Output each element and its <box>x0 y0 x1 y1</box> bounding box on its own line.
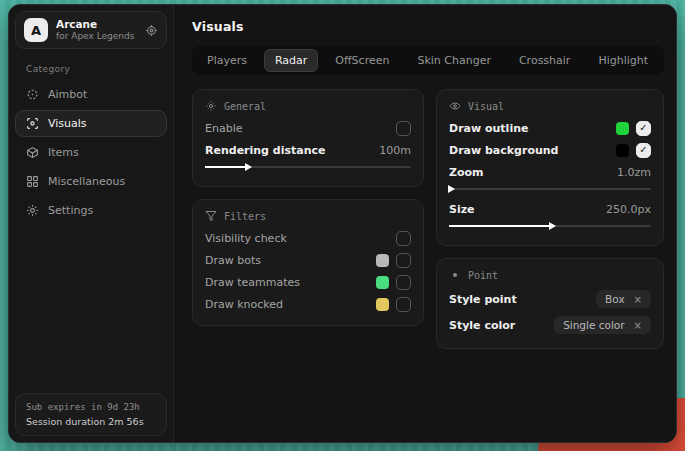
left-column: General Enable Rendering distance 100m <box>192 89 424 326</box>
sub-expiry-text: Sub expires in 9d 23h <box>26 402 156 412</box>
draw-bots-label: Draw bots <box>205 254 261 267</box>
tab-radar[interactable]: Radar <box>264 49 318 72</box>
sidebar-item-items[interactable]: Items <box>15 139 167 166</box>
point-panel-header: Point <box>449 269 651 281</box>
filters-panel-title: Filters <box>224 211 266 222</box>
dot-icon <box>449 269 461 281</box>
zoom-value: 1.0zm <box>617 166 651 179</box>
style-point-label: Style point <box>449 293 517 306</box>
tab-content: General Enable Rendering distance 100m <box>192 89 664 349</box>
visibility-check-label: Visibility check <box>205 232 287 245</box>
app-title-block: Arcane for Apex Legends <box>56 18 134 42</box>
filters-panel-header: Filters <box>205 210 411 222</box>
enable-checkbox[interactable] <box>396 121 411 136</box>
visibility-check-checkbox[interactable] <box>396 231 411 246</box>
main-panel: Visuals Players Radar OffScreen Skin Cha… <box>174 5 676 442</box>
style-color-label: Style color <box>449 319 515 332</box>
draw-background-row: Draw background <box>449 139 651 161</box>
draw-background-color-swatch[interactable] <box>616 144 629 157</box>
close-icon[interactable]: × <box>634 294 642 305</box>
tab-players[interactable]: Players <box>196 49 258 72</box>
crosshair-icon <box>26 88 39 101</box>
sparkle-icon <box>205 100 217 112</box>
draw-knocked-checkbox[interactable] <box>396 297 411 312</box>
draw-bots-checkbox[interactable] <box>396 253 411 268</box>
sidebar-item-aimbot[interactable]: Aimbot <box>15 81 167 108</box>
visual-panel-header: Visual <box>449 100 651 112</box>
point-panel-title: Point <box>468 270 498 281</box>
style-color-select[interactable]: Single color × <box>554 316 651 334</box>
sidebar-item-label: Settings <box>48 204 93 217</box>
point-panel: Point Style point Box × Style color <box>436 258 664 349</box>
sidebar-item-miscellaneous[interactable]: Miscellaneous <box>15 168 167 195</box>
draw-teammates-row: Draw teammates <box>205 271 411 293</box>
rendering-distance-row: Rendering distance 100m <box>205 139 411 161</box>
session-duration-text: Session duration 2m 56s <box>26 416 156 427</box>
draw-bots-row: Draw bots <box>205 249 411 271</box>
zoom-row: Zoom 1.0zm <box>449 161 651 183</box>
visual-panel-title: Visual <box>468 101 504 112</box>
slider-fill <box>205 166 246 168</box>
general-panel: General Enable Rendering distance 100m <box>192 89 424 187</box>
style-point-value: Box <box>605 293 625 305</box>
app-logo: A <box>24 18 48 42</box>
app-name: Arcane <box>56 18 134 31</box>
tab-crosshair[interactable]: Crosshair <box>508 49 581 72</box>
draw-background-checkbox[interactable] <box>636 143 651 158</box>
style-color-row: Style color Single color × <box>449 312 651 338</box>
size-slider[interactable] <box>449 221 651 231</box>
sidebar-item-label: Miscellaneous <box>48 175 125 188</box>
rendering-distance-value: 100m <box>379 144 411 157</box>
visibility-check-row: Visibility check <box>205 227 411 249</box>
slider-thumb[interactable] <box>448 185 455 193</box>
sidebar-item-label: Visuals <box>48 117 87 130</box>
zoom-slider[interactable] <box>449 184 651 194</box>
draw-outline-row: Draw outline <box>449 117 651 139</box>
visual-panel: Visual Draw outline Draw background <box>436 89 664 246</box>
tab-offscreen[interactable]: OffScreen <box>324 49 400 72</box>
style-point-select[interactable]: Box × <box>596 290 651 308</box>
box-icon <box>26 146 39 159</box>
app-window: A Arcane for Apex Legends Category Aimbo… <box>8 4 677 443</box>
filters-panel: Filters Visibility check Draw bots <box>192 199 424 326</box>
sidebar-item-label: Items <box>48 146 79 159</box>
category-label: Category <box>26 64 167 74</box>
rendering-distance-slider[interactable] <box>205 162 411 172</box>
slider-fill <box>449 225 550 227</box>
draw-background-label: Draw background <box>449 144 559 157</box>
enable-row: Enable <box>205 117 411 139</box>
enable-label: Enable <box>205 122 242 135</box>
scan-eye-icon <box>26 117 39 130</box>
sidebar-item-visuals[interactable]: Visuals <box>15 110 167 137</box>
rendering-distance-label: Rendering distance <box>205 144 326 157</box>
eye-icon <box>449 100 461 112</box>
size-value: 250.0px <box>606 203 651 216</box>
draw-outline-checkbox[interactable] <box>636 121 651 136</box>
right-column: Visual Draw outline Draw background <box>436 89 664 349</box>
size-row: Size 250.0px <box>449 198 651 220</box>
session-info-card: Sub expires in 9d 23h Session duration 2… <box>15 393 167 436</box>
draw-knocked-label: Draw knocked <box>205 298 283 311</box>
close-icon[interactable]: × <box>634 320 642 331</box>
draw-teammates-color-swatch[interactable] <box>376 276 389 289</box>
visuals-tabbar: Players Radar OffScreen Skin Changer Cro… <box>192 46 664 75</box>
sidebar-item-settings[interactable]: Settings <box>15 197 167 224</box>
general-panel-header: General <box>205 100 411 112</box>
tab-highlight[interactable]: Highlight <box>587 49 659 72</box>
sidebar: A Arcane for Apex Legends Category Aimbo… <box>9 5 174 442</box>
style-color-value: Single color <box>563 319 624 331</box>
slider-track <box>449 188 651 190</box>
tab-skin-changer[interactable]: Skin Changer <box>406 49 502 72</box>
draw-knocked-color-swatch[interactable] <box>376 298 389 311</box>
draw-knocked-row: Draw knocked <box>205 293 411 315</box>
draw-teammates-checkbox[interactable] <box>396 275 411 290</box>
header-gear-icon[interactable] <box>145 24 158 37</box>
app-header-card: A Arcane for Apex Legends <box>15 11 167 49</box>
slider-thumb[interactable] <box>549 222 556 230</box>
draw-bots-color-swatch[interactable] <box>376 254 389 267</box>
funnel-icon <box>205 210 217 222</box>
draw-outline-color-swatch[interactable] <box>616 122 629 135</box>
layout-grid-icon <box>26 175 39 188</box>
slider-thumb[interactable] <box>245 163 252 171</box>
draw-teammates-label: Draw teammates <box>205 276 300 289</box>
